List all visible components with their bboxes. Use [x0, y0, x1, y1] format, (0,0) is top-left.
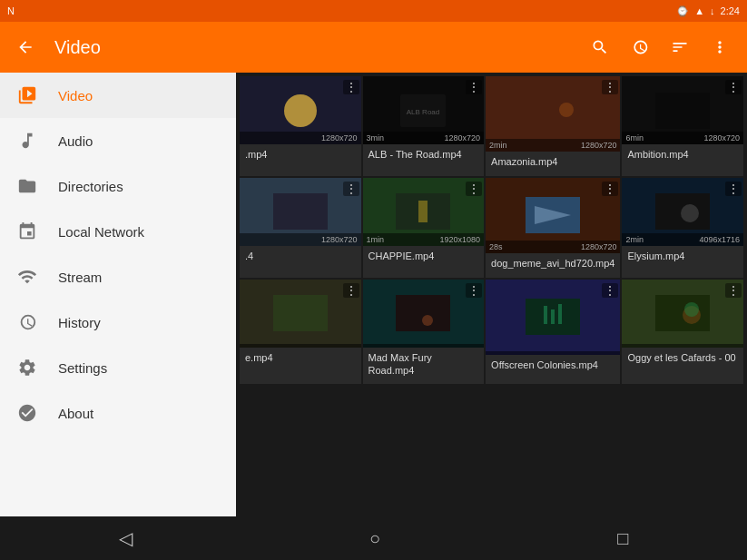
video-info: ALB - The Road.mp4	[363, 144, 485, 168]
svg-rect-13	[273, 295, 328, 331]
video-title: Mad Max Fury Road.mp4	[369, 351, 479, 378]
video-title: ALB - The Road.mp4	[369, 148, 479, 161]
video-card[interactable]: 1280x720 ⋮ .mp4	[240, 76, 361, 176]
video-resolution: 4096x1716	[699, 235, 740, 244]
video-overlay: 2min 1280x720	[486, 139, 620, 152]
video-more-button[interactable]: ⋮	[602, 80, 618, 94]
video-card[interactable]: 2min 4096x1716 ⋮ Elysium.mp4	[622, 178, 743, 278]
video-card[interactable]: 1min 1920x1080 ⋮ CHAPPIE.mp4	[363, 178, 485, 278]
video-overlay: 1280x720	[240, 233, 361, 246]
toolbar: Video	[0, 22, 747, 73]
video-info: dog_meme_avi_hd720.mp4	[486, 253, 620, 277]
video-card[interactable]: ⋮ Offscreen Colonies.mp4	[486, 280, 620, 385]
video-info: Mad Max Fury Road.mp4	[363, 348, 485, 385]
video-overlay	[486, 351, 620, 355]
video-info: Amazonia.mp4	[486, 152, 620, 175]
video-info: CHAPPIE.mp4	[363, 246, 485, 270]
video-icon	[15, 85, 40, 105]
sidebar-label-stream: Stream	[58, 270, 102, 285]
sidebar-item-video[interactable]: Video	[0, 73, 236, 118]
recents-nav-button[interactable]: □	[617, 528, 628, 549]
video-card[interactable]: ⋮ e.mp4	[240, 280, 361, 385]
video-duration: 6min	[625, 133, 644, 142]
video-duration: 2min	[625, 235, 644, 244]
video-resolution: 1280x720	[581, 141, 617, 150]
sidebar-item-settings[interactable]: Settings	[0, 345, 236, 390]
svg-rect-17	[544, 306, 547, 324]
status-bar: N ⌚ ▲ ↓ 2:24	[0, 0, 747, 22]
sidebar-label-settings: Settings	[58, 360, 107, 376]
svg-rect-14	[396, 295, 450, 331]
video-resolution: 1280x720	[321, 133, 358, 142]
video-card[interactable]: ⋮ Mad Max Fury Road.mp4	[363, 280, 485, 385]
video-resolution: 1280x720	[445, 133, 481, 142]
svg-point-12	[681, 204, 699, 222]
svg-rect-5	[655, 93, 710, 129]
video-more-button[interactable]: ⋮	[602, 283, 618, 298]
video-info: Elysium.mp4	[622, 246, 743, 270]
video-card[interactable]: 28s 1280x720 ⋮ dog_meme_avi_hd720.mp4	[486, 178, 620, 278]
status-bar-left: N	[7, 5, 15, 16]
video-info: Ambition.mp4	[622, 144, 743, 168]
video-thumbnail	[486, 280, 620, 355]
video-info: Oggy et les Cafards - 00	[622, 348, 743, 371]
video-overlay: 3min 1280x720	[363, 132, 485, 144]
video-more-button[interactable]: ⋮	[343, 283, 359, 298]
video-overlay: 6min 1280x720	[622, 132, 743, 144]
video-more-button[interactable]: ⋮	[466, 80, 482, 94]
video-title: Ambition.mp4	[627, 148, 738, 161]
sidebar-item-audio[interactable]: Audio	[0, 118, 236, 163]
svg-point-4	[559, 103, 574, 117]
svg-rect-18	[551, 309, 555, 324]
sidebar-item-about[interactable]: About	[0, 390, 236, 436]
video-duration: 1min	[367, 235, 385, 244]
video-more-button[interactable]: ⋮	[343, 80, 359, 94]
video-info: .4	[240, 246, 361, 270]
video-card[interactable]: ALB Road 3min 1280x720 ⋮ ALB - The Road.…	[363, 76, 485, 176]
svg-point-22	[684, 302, 699, 317]
sidebar-item-stream[interactable]: Stream	[0, 254, 236, 300]
video-more-button[interactable]: ⋮	[602, 182, 618, 196]
more-button[interactable]	[703, 31, 736, 64]
video-title: Offscreen Colonies.mp4	[491, 359, 614, 371]
back-button[interactable]	[11, 33, 40, 62]
svg-point-15	[422, 315, 433, 326]
history-button[interactable]	[624, 31, 656, 64]
video-card[interactable]: 2min 1280x720 ⋮ Amazonia.mp4	[486, 76, 620, 176]
video-title: .4	[245, 250, 356, 262]
svg-text:ALB Road: ALB Road	[407, 108, 439, 116]
history-icon	[15, 312, 40, 332]
sidebar-label-history: History	[58, 315, 101, 330]
video-more-button[interactable]: ⋮	[725, 182, 742, 196]
back-nav-button[interactable]: ◁	[119, 527, 133, 549]
home-nav-button[interactable]: ○	[369, 528, 380, 549]
video-card[interactable]: ⋮ Oggy et les Cafards - 00	[622, 280, 743, 385]
search-button[interactable]	[584, 31, 616, 64]
video-card[interactable]: 6min 1280x720 ⋮ Ambition.mp4	[622, 76, 743, 176]
video-resolution: 1920x1080	[440, 235, 481, 244]
video-duration: 3min	[367, 133, 385, 142]
video-more-button[interactable]: ⋮	[466, 283, 482, 298]
stream-icon	[15, 267, 40, 287]
video-more-button[interactable]: ⋮	[343, 182, 359, 196]
video-card[interactable]: 1280x720 ⋮ .4	[240, 178, 361, 278]
bluetooth-icon: ⌚	[676, 5, 689, 17]
sidebar-item-history[interactable]: History	[0, 300, 236, 345]
video-resolution: 1280x720	[703, 133, 740, 142]
video-title: Elysium.mp4	[627, 250, 738, 262]
sidebar-item-local-network[interactable]: Local Network	[0, 209, 236, 254]
video-thumbnail: 2min 1280x720	[486, 76, 620, 152]
video-more-button[interactable]: ⋮	[466, 182, 482, 196]
sort-button[interactable]	[663, 31, 696, 64]
video-more-button[interactable]: ⋮	[725, 283, 742, 298]
sidebar-item-directories[interactable]: Directories	[0, 163, 236, 209]
video-grid-container[interactable]: 1280x720 ⋮ .mp4 ALB Road 3min 1280x720 ⋮…	[236, 73, 747, 516]
svg-rect-6	[273, 193, 328, 230]
video-overlay	[622, 344, 743, 348]
video-more-button[interactable]: ⋮	[725, 80, 742, 94]
video-overlay: 1min 1920x1080	[363, 233, 485, 246]
toolbar-actions	[584, 31, 736, 64]
video-info: .mp4	[240, 144, 361, 168]
time: 2:24	[721, 5, 740, 16]
svg-point-0	[284, 94, 317, 127]
